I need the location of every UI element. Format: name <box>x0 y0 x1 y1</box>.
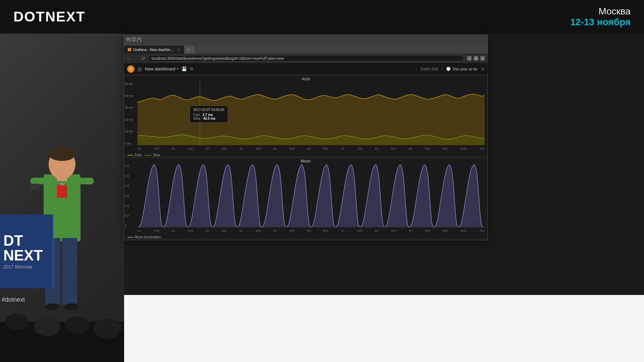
zoom-out-label[interactable]: Zoom Out <box>420 67 438 71</box>
legend-fast-label: Fast <box>135 153 141 157</box>
minimize-btn[interactable]: – <box>126 38 130 42</box>
moon-legend: Moon illumination <box>124 235 487 240</box>
legend-slow-line <box>145 155 151 156</box>
moon-y-0-6: 0.6 <box>125 194 129 197</box>
photo-area: DTNEXT 2017 Moscow #dotnext <box>0 34 124 362</box>
arch-legend: Fast Slow <box>124 153 487 158</box>
grafana-toolbar: G ▦ New dashboard ▾ 💾 ⚙ ‹ Zoom Out › 🕐 T… <box>124 63 488 75</box>
arch-x-9-16: 9/16 <box>425 147 430 150</box>
forward-btn[interactable]: → <box>134 56 139 61</box>
year-label: 2017 Moscow <box>3 264 32 269</box>
svg-point-4 <box>93 318 121 339</box>
arch-x-8-16: 8/16 <box>391 147 396 150</box>
dashboard-name-text: New dashboard <box>145 66 175 71</box>
arch-x-6-16: 6/16 <box>323 147 329 150</box>
moon-x-5-1: 5/1 <box>273 229 277 232</box>
browser-tabs: Grafana - New dashbo... ✕ + <box>124 44 488 54</box>
reload-btn[interactable]: ↺ <box>141 56 145 61</box>
legend-moon-line <box>127 237 133 238</box>
dashboard-name-container: New dashboard ▾ <box>145 66 179 71</box>
moon-x-1-16: 1/16 <box>154 229 159 232</box>
arch-x-2-15: 2/15 <box>187 147 193 150</box>
legend-slow-label: Slow <box>153 153 160 157</box>
browser-chrome: – □ × <box>124 35 488 44</box>
moon-x-7-1: 7/1 <box>341 229 344 232</box>
close-btn[interactable]: × <box>137 38 141 42</box>
legend-fast-line <box>127 155 133 156</box>
moon-x-9-16: 9/16 <box>425 229 430 232</box>
svg-rect-12 <box>30 178 45 184</box>
new-tab-btn[interactable]: + <box>184 46 194 54</box>
moon-panel: Moon 1.2 1.0 0.8 0.6 0.4 0.2 0 <box>124 157 488 239</box>
grafana-logo[interactable]: G <box>127 65 135 73</box>
arch-y-label-20: 20 ms <box>125 118 133 121</box>
arch-x-6-1: 6/1 <box>307 147 311 150</box>
extension-icon[interactable]: ⚙ <box>474 56 478 61</box>
arch-chart-svg <box>138 82 485 145</box>
moon-y-1-2: 1.2 <box>125 164 129 168</box>
moon-y-0-4: 0.4 <box>125 204 129 207</box>
moon-x-4-1: 4/1 <box>239 229 243 232</box>
arch-x-8-1: 8/1 <box>375 147 378 150</box>
maximize-btn[interactable]: □ <box>132 38 136 42</box>
time-range-display[interactable]: 🕐 This year so far <box>446 67 478 71</box>
arch-x-9-1: 9/1 <box>409 147 412 150</box>
hashtag: #dotnext <box>2 296 25 303</box>
event-date: 12-13 ноября <box>570 17 631 27</box>
svg-rect-13 <box>79 178 94 184</box>
arch-x-3-16: 3/16 <box>221 147 227 150</box>
bookmark-star-icon[interactable]: ☆ <box>467 56 472 61</box>
settings-icon[interactable]: ⚙ <box>190 66 194 71</box>
svg-point-2 <box>34 317 60 336</box>
arch-x-5-1: 5/1 <box>273 147 277 150</box>
moon-x-9-1: 9/1 <box>409 229 412 232</box>
active-tab[interactable]: Grafana - New dashbo... ✕ <box>124 46 184 54</box>
address-input[interactable] <box>148 55 464 62</box>
arch-x-1-16: 1/16 <box>154 147 159 150</box>
arch-x-7-16: 7/16 <box>357 147 363 150</box>
toolbar-right: ‹ Zoom Out › 🕐 This year so far ↺ <box>416 67 484 71</box>
dashboard-name-chevron[interactable]: ▾ <box>177 67 179 71</box>
arch-y-label-0: 0 ms <box>125 142 133 145</box>
svg-rect-14 <box>57 184 67 198</box>
moon-x-2-15: 2/15 <box>187 229 193 232</box>
arch-panel-title: Arch <box>124 75 487 82</box>
moon-y-0: 0 <box>125 224 129 227</box>
moon-y-0-8: 0.8 <box>125 184 129 187</box>
svg-rect-11 <box>57 174 67 181</box>
active-tab-label: Grafana - New dashbo... <box>133 48 173 52</box>
refresh-btn[interactable]: ↺ <box>481 67 484 71</box>
arch-y-label-10: 10 ms <box>125 130 133 133</box>
svg-rect-18 <box>30 184 39 190</box>
moon-x-8-1: 8/1 <box>375 229 378 232</box>
svg-point-3 <box>64 316 90 334</box>
save-icon[interactable]: 💾 <box>181 66 187 71</box>
svg-point-10 <box>49 147 75 161</box>
svg-point-1 <box>5 313 29 330</box>
grafana-content: G ▦ New dashboard ▾ 💾 ⚙ ‹ Zoom Out › 🕐 T… <box>124 63 488 240</box>
zoom-out-left-btn[interactable]: ‹ <box>416 67 417 71</box>
menu-icon[interactable]: ≡ <box>480 56 485 61</box>
arch-x-5-16: 5/16 <box>289 147 294 150</box>
photo-placeholder: DTNEXT 2017 Moscow #dotnext <box>0 34 124 362</box>
moon-y-0-2: 0.2 <box>125 214 129 217</box>
svg-rect-8 <box>62 238 77 305</box>
arch-x-7-1: 7/1 <box>341 147 344 150</box>
tab-favicon <box>128 48 131 51</box>
moon-panel-title: Moon <box>124 158 487 164</box>
moon-x-5-16: 5/16 <box>289 229 294 232</box>
back-btn[interactable]: ← <box>126 56 131 61</box>
event-city: Москва <box>570 6 631 17</box>
svg-point-16 <box>45 303 60 310</box>
arch-x-1-1: 1/1 <box>138 147 141 150</box>
dotnext-logo: DOTNEXT <box>13 9 86 25</box>
svg-rect-15 <box>60 183 64 185</box>
moon-x-10-1: 10/1 <box>442 229 448 232</box>
arch-y-label-50: 50 ms <box>125 82 133 85</box>
arch-y-label-30: 30 ms <box>125 106 133 109</box>
moon-x-3-16: 3/16 <box>221 229 227 232</box>
zoom-out-right-btn[interactable]: › <box>441 67 443 71</box>
moon-x-4-16: 4/16 <box>255 229 261 232</box>
moon-y-1-0: 1.0 <box>125 174 129 178</box>
moon-chart-svg <box>138 164 485 227</box>
